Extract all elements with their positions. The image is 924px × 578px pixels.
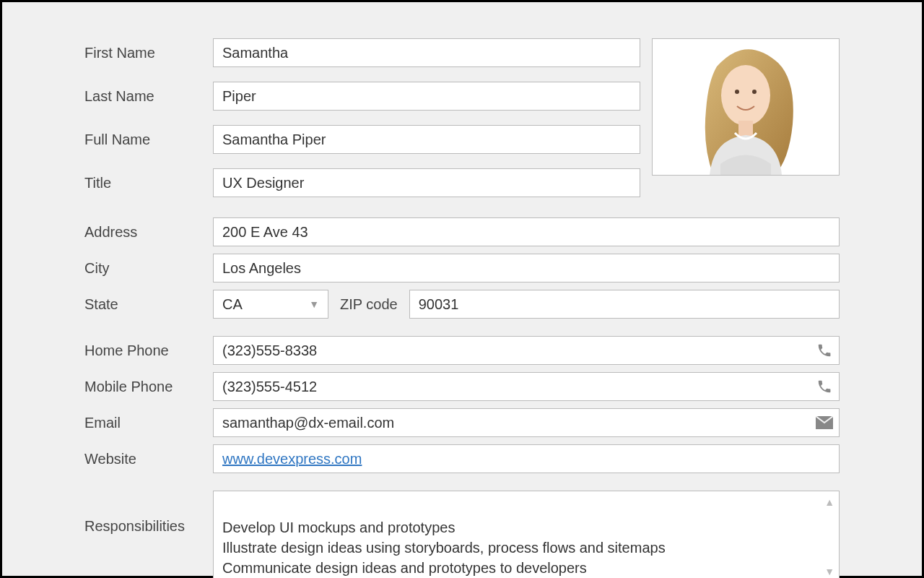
label-city: City (84, 260, 213, 277)
label-zip: ZIP code (337, 296, 401, 313)
mobile-phone-value: (323)555-4512 (222, 379, 810, 395)
website-field[interactable]: www.devexpress.com (213, 444, 840, 473)
scroll-down-icon[interactable]: ▼ (824, 565, 834, 578)
row-first-name: First Name (84, 38, 640, 67)
chevron-down-icon: ▼ (309, 298, 319, 310)
top-section: First Name Last Name Full Name (84, 38, 840, 204)
phone-icon[interactable] (810, 342, 839, 358)
row-address: Address (84, 217, 840, 246)
phone-icon[interactable] (810, 379, 839, 394)
label-mobile-phone: Mobile Phone (84, 379, 213, 395)
envelope-icon[interactable] (810, 416, 839, 429)
home-phone-field[interactable]: (323)555-8338 (213, 336, 840, 365)
avatar-icon (674, 38, 818, 175)
row-responsibilities: Responsibilities Develop UI mockups and … (84, 491, 840, 578)
form-body: First Name Last Name Full Name (15, 15, 909, 563)
top-fields: First Name Last Name Full Name (84, 38, 640, 204)
zip-field[interactable] (409, 290, 840, 319)
email-field[interactable]: samanthap@dx-email.com (213, 408, 840, 437)
row-last-name: Last Name (84, 82, 640, 111)
label-address: Address (84, 224, 213, 241)
row-title: Title (84, 168, 640, 197)
responsibilities-field[interactable]: Develop UI mockups and prototypes Illust… (213, 491, 840, 578)
last-name-field[interactable] (213, 82, 640, 111)
label-full-name: Full Name (84, 131, 213, 148)
address-field[interactable] (213, 217, 840, 246)
email-value: samanthap@dx-email.com (222, 415, 810, 431)
label-responsibilities: Responsibilities (84, 491, 213, 535)
svg-point-0 (721, 65, 770, 126)
website-link[interactable]: www.devexpress.com (222, 451, 362, 467)
row-website: Website www.devexpress.com (84, 444, 840, 473)
svg-rect-1 (738, 121, 753, 137)
state-value: CA (222, 296, 243, 313)
home-phone-value: (323)555-8338 (222, 342, 810, 359)
svg-point-3 (752, 90, 757, 94)
form-container: First Name Last Name Full Name (0, 0, 924, 578)
mobile-phone-field[interactable]: (323)555-4512 (213, 372, 840, 401)
label-email: Email (84, 415, 213, 431)
label-website: Website (84, 451, 213, 467)
row-home-phone: Home Phone (323)555-8338 (84, 336, 840, 365)
photo-box[interactable] (652, 38, 840, 176)
row-full-name: Full Name (84, 125, 640, 154)
row-mobile-phone: Mobile Phone (323)555-4512 (84, 372, 840, 401)
row-state-zip: State CA ▼ ZIP code (84, 290, 840, 319)
label-title: Title (84, 175, 213, 191)
full-name-field[interactable] (213, 125, 640, 154)
responsibilities-value: Develop UI mockups and prototypes Illust… (222, 519, 666, 576)
label-first-name: First Name (84, 45, 213, 61)
svg-point-2 (735, 90, 739, 94)
city-field[interactable] (213, 254, 840, 282)
title-field[interactable] (213, 168, 640, 197)
scroll-up-icon[interactable]: ▲ (824, 496, 834, 510)
label-last-name: Last Name (84, 88, 213, 105)
row-email: Email samanthap@dx-email.com (84, 408, 840, 437)
row-city: City (84, 254, 840, 282)
first-name-field[interactable] (213, 38, 640, 67)
label-state: State (84, 296, 213, 313)
label-home-phone: Home Phone (84, 342, 213, 359)
state-select[interactable]: CA ▼ (213, 290, 328, 319)
